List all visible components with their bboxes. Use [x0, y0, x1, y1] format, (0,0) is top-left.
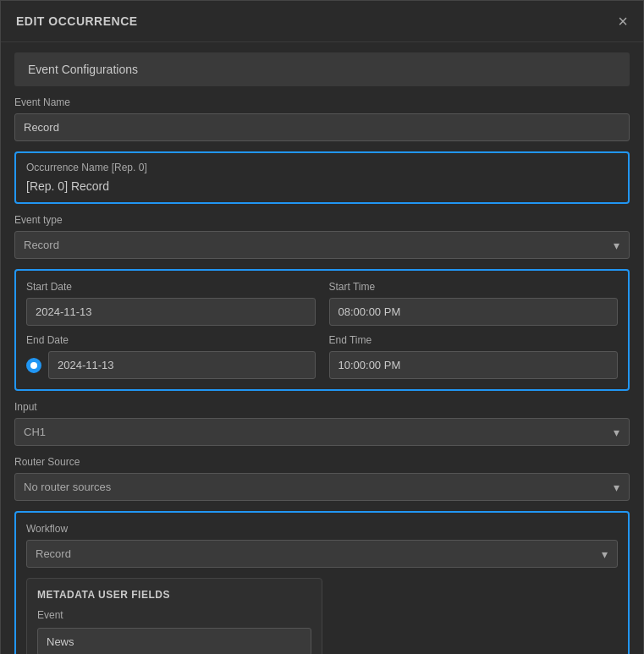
input-select[interactable]: CH1 [14, 418, 630, 446]
router-source-group: Router Source No router sources [14, 456, 630, 501]
modal-title: EDIT OCCURRENCE [16, 14, 138, 28]
start-date-input[interactable] [26, 298, 316, 326]
end-time-group: End Time [329, 334, 619, 379]
end-date-row [26, 351, 316, 379]
date-time-grid: Start Date Start Time End Date [26, 281, 618, 379]
occurrence-name-label: Occurrence Name [Rep. 0] [26, 162, 618, 173]
router-source-select[interactable]: No router sources [14, 473, 630, 501]
metadata-event-input[interactable] [37, 628, 311, 654]
modal-header: EDIT OCCURRENCE × [1, 1, 643, 42]
occurrence-name-box: Occurrence Name [Rep. 0] [14, 151, 630, 204]
workflow-select[interactable]: Record [26, 540, 618, 568]
end-date-input[interactable] [48, 351, 316, 379]
metadata-title: METADATA USER FIELDS [37, 589, 311, 601]
event-configurations-header: Event Configurations [14, 52, 630, 86]
start-time-input[interactable] [329, 298, 619, 326]
workflow-select-wrapper: Record [26, 540, 618, 568]
input-group: Input CH1 [14, 401, 630, 446]
workflow-label: Workflow [26, 523, 618, 535]
workflow-box: Workflow Record METADATA USER FIELDS Eve… [14, 511, 630, 654]
router-source-select-wrapper: No router sources [14, 473, 630, 501]
end-date-group: End Date [26, 334, 316, 379]
occurrence-name-input[interactable] [26, 179, 618, 193]
start-time-label: Start Time [329, 281, 619, 293]
end-time-input[interactable] [329, 351, 619, 379]
event-name-label: Event Name [14, 96, 630, 108]
start-time-group: Start Time [329, 281, 619, 326]
event-type-label: Event type [14, 214, 630, 226]
modal-body: Event Configurations Event Name Occurren… [1, 42, 643, 654]
end-time-label: End Time [329, 334, 619, 346]
input-label: Input [14, 401, 630, 413]
event-type-select-wrapper: Record [14, 231, 630, 259]
end-date-radio[interactable] [26, 358, 41, 373]
metadata-event-group: Event [37, 609, 311, 654]
event-type-select[interactable]: Record [14, 231, 630, 259]
workflow-group: Workflow Record [26, 523, 618, 568]
date-time-box: Start Date Start Time End Date [14, 269, 630, 391]
metadata-event-label: Event [37, 609, 311, 621]
close-button[interactable]: × [618, 13, 628, 30]
radio-inner [30, 362, 37, 369]
edit-occurrence-modal: EDIT OCCURRENCE × Event Configurations E… [0, 0, 644, 654]
event-name-input[interactable] [14, 113, 630, 141]
event-type-group: Event type Record [14, 214, 630, 259]
end-date-label: End Date [26, 334, 316, 346]
event-name-group: Event Name [14, 96, 630, 141]
metadata-section: METADATA USER FIELDS Event [26, 578, 322, 654]
start-date-label: Start Date [26, 281, 316, 293]
router-source-label: Router Source [14, 456, 630, 468]
input-select-wrapper: CH1 [14, 418, 630, 446]
start-date-group: Start Date [26, 281, 316, 326]
